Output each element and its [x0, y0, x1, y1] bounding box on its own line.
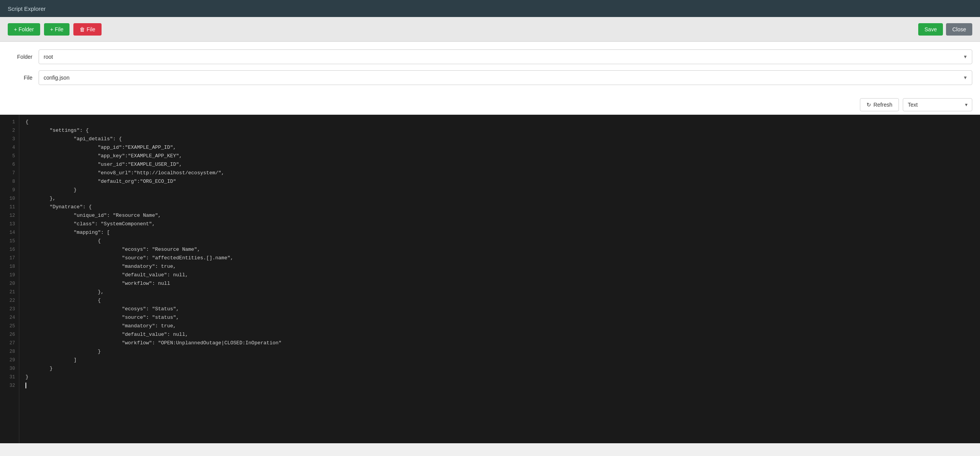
line-number: 11 [0, 203, 19, 211]
code-line: "workflow": "OPEN:UnplannedOutage|CLOSED… [25, 339, 980, 347]
text-format-select[interactable]: Text [903, 98, 972, 111]
toolbar-right: Save Close [918, 23, 972, 36]
code-line: "settings": { [25, 126, 980, 135]
code-line: "Dynatrace": { [25, 203, 980, 211]
line-number: 9 [0, 186, 19, 194]
line-number: 25 [0, 322, 19, 330]
file-row: File ▼ [8, 70, 972, 85]
folder-select-wrapper: ▼ [39, 49, 972, 64]
code-line: "source": "status", [25, 313, 980, 322]
file-input[interactable] [39, 70, 972, 85]
line-number: 26 [0, 330, 19, 339]
line-number: 24 [0, 313, 19, 322]
line-number: 30 [0, 364, 19, 373]
folder-label: Folder [8, 54, 39, 60]
code-line: "mandatory": true, [25, 322, 980, 330]
delete-file-button[interactable]: 🗑 File [73, 23, 101, 36]
code-line: }, [25, 194, 980, 203]
code-line: { [25, 118, 980, 126]
code-line: { [25, 296, 980, 305]
action-bar: ↻ Refresh Text ▼ [0, 95, 980, 115]
line-number: 13 [0, 220, 19, 228]
code-line: "ecosys": "Resource Name", [25, 245, 980, 254]
line-number: 18 [0, 262, 19, 271]
code-line: "ecosys": "Status", [25, 305, 980, 313]
code-line: "user_id":"EXAMPLE_USER_ID", [25, 160, 980, 169]
code-content[interactable]: { "settings": { "api_details": { "app_id… [19, 115, 980, 443]
toolbar-left: + Folder + File 🗑 File [8, 23, 102, 36]
editor-area[interactable]: 1234567891011121314151617181920212223242… [0, 115, 980, 443]
code-line: "app_id":"EXAMPLE_APP_ID", [25, 143, 980, 152]
line-number: 10 [0, 194, 19, 203]
line-number: 23 [0, 305, 19, 313]
line-number: 3 [0, 135, 19, 143]
code-line: "source": "affectedEntities.[].name", [25, 254, 980, 262]
line-number: 28 [0, 347, 19, 356]
code-line: } [25, 347, 980, 356]
line-number: 4 [0, 143, 19, 152]
code-line: } [25, 373, 980, 381]
code-line: "app_key":"EXAMPLE_APP_KEY", [25, 152, 980, 160]
line-number: 12 [0, 211, 19, 220]
line-numbers: 1234567891011121314151617181920212223242… [0, 115, 19, 443]
line-number: 8 [0, 177, 19, 186]
file-select-wrapper: ▼ [39, 70, 972, 85]
save-button[interactable]: Save [918, 23, 943, 36]
line-number: 31 [0, 373, 19, 381]
form-area: Folder ▼ File ▼ [0, 42, 980, 95]
toolbar: + Folder + File 🗑 File Save Close [0, 17, 980, 42]
app-title: Script Explorer [8, 5, 46, 12]
line-number: 20 [0, 279, 19, 288]
code-line: } [25, 186, 980, 194]
line-number: 22 [0, 296, 19, 305]
code-line: "mandatory": true, [25, 262, 980, 271]
add-file-button[interactable]: + File [44, 23, 70, 36]
folder-input[interactable] [39, 49, 972, 64]
code-line: ] [25, 356, 980, 364]
code-line: "api_details": { [25, 135, 980, 143]
code-line: "default_value": null, [25, 271, 980, 279]
add-folder-button[interactable]: + Folder [8, 23, 40, 36]
folder-row: Folder ▼ [8, 49, 972, 64]
line-number: 5 [0, 152, 19, 160]
line-number: 17 [0, 254, 19, 262]
code-line: "mapping": [ [25, 228, 980, 237]
code-line: } [25, 364, 980, 373]
refresh-icon: ↻ [866, 102, 871, 108]
code-line: "class": "SystemComponent", [25, 220, 980, 228]
line-number: 27 [0, 339, 19, 347]
line-number: 16 [0, 245, 19, 254]
line-number: 2 [0, 126, 19, 135]
line-number: 29 [0, 356, 19, 364]
code-line: { [25, 237, 980, 245]
code-line: "workflow": null [25, 279, 980, 288]
line-number: 15 [0, 237, 19, 245]
line-number: 21 [0, 288, 19, 296]
code-line [25, 381, 980, 390]
line-number: 14 [0, 228, 19, 237]
refresh-label: Refresh [873, 102, 892, 108]
line-number: 7 [0, 169, 19, 177]
line-number: 19 [0, 271, 19, 279]
close-button[interactable]: Close [946, 23, 972, 36]
code-line: "enov8_url":"http://localhost/ecosystem/… [25, 169, 980, 177]
line-number: 32 [0, 381, 19, 390]
code-line: "unique_id": "Resource Name", [25, 211, 980, 220]
code-line: "default_org":"ORG_ECO_ID" [25, 177, 980, 186]
code-line: }, [25, 288, 980, 296]
refresh-button[interactable]: ↻ Refresh [860, 98, 899, 111]
file-label: File [8, 75, 39, 81]
line-number: 1 [0, 118, 19, 126]
line-number: 6 [0, 160, 19, 169]
title-bar: Script Explorer [0, 0, 980, 17]
code-line: "default_value": null, [25, 330, 980, 339]
text-dropdown-wrapper: Text ▼ [903, 98, 972, 111]
